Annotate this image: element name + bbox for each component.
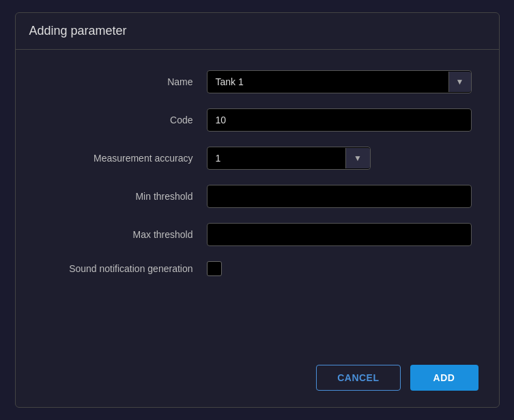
measurement-accuracy-select-wrapper[interactable]: 1 ▼ (207, 147, 371, 170)
sound-notification-checkbox[interactable] (207, 261, 222, 276)
measurement-accuracy-display: 1 (208, 147, 345, 169)
measurement-accuracy-label: Measurement accuracy (43, 153, 207, 164)
measurement-accuracy-row: Measurement accuracy 1 ▼ (43, 147, 472, 170)
code-row: Code (43, 108, 472, 132)
name-control: Tank 1 ▼ (207, 70, 472, 93)
name-label: Name (43, 76, 207, 87)
code-input[interactable] (207, 108, 472, 132)
sound-notification-row: Sound notification generation (43, 261, 472, 276)
code-label: Code (43, 115, 207, 125)
adding-parameter-dialog: Adding parameter Name Tank 1 ▼ Code Meas… (15, 12, 500, 408)
max-threshold-row: Max threshold (43, 223, 472, 246)
max-threshold-control (207, 223, 472, 246)
cancel-button[interactable]: CANCEL (316, 365, 400, 391)
min-threshold-control (207, 185, 472, 208)
name-select-wrapper[interactable]: Tank 1 ▼ (207, 70, 472, 93)
sound-notification-control (207, 261, 472, 276)
min-threshold-input[interactable] (207, 185, 472, 208)
min-threshold-label: Min threshold (43, 191, 207, 202)
add-button[interactable]: ADD (410, 365, 479, 391)
max-threshold-input[interactable] (207, 223, 472, 246)
name-dropdown-arrow[interactable]: ▼ (448, 72, 471, 92)
dialog-body: Name Tank 1 ▼ Code Measurement accuracy … (16, 50, 499, 354)
measurement-accuracy-control: 1 ▼ (207, 147, 472, 170)
dialog-title: Adding parameter (16, 13, 499, 50)
min-threshold-row: Min threshold (43, 185, 472, 208)
name-row: Name Tank 1 ▼ (43, 70, 472, 93)
dialog-footer: CANCEL ADD (16, 354, 499, 407)
code-control (207, 108, 472, 132)
name-select-display: Tank 1 (208, 71, 448, 93)
max-threshold-label: Max threshold (43, 229, 207, 240)
sound-notification-label: Sound notification generation (43, 263, 207, 274)
measurement-accuracy-arrow[interactable]: ▼ (345, 148, 370, 168)
